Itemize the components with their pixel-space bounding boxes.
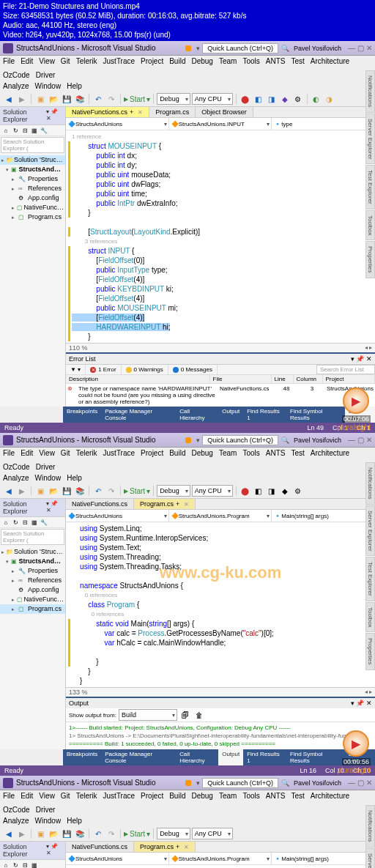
tab-find-symbol[interactable]: Find Symbol Results [286,407,345,423]
minimize-button[interactable]: — [348,436,355,444]
notification-indicator-icon[interactable] [185,45,191,51]
warnings-tab[interactable]: 0 Warnings [122,365,168,374]
tool-icon[interactable]: ◧ [253,93,264,105]
menu-edit[interactable]: Edit [21,57,33,65]
refresh-icon[interactable]: ↻ [11,126,20,135]
start-debug-button[interactable]: Start ▾ [124,487,150,495]
user-name-label[interactable]: Pavel Yosifovich [294,437,341,444]
menu-view[interactable]: View [39,57,55,65]
program-node[interactable]: ▸▢Program.cs [0,212,65,222]
member-dropdown[interactable]: 🔹 type [272,118,375,130]
menu-help[interactable]: Help [67,82,82,90]
config-dropdown[interactable]: Debug [157,93,190,105]
output-text[interactable]: 1>------ Build started: Project: Structs… [66,722,375,749]
maximize-button[interactable]: ▢ [357,44,364,52]
show-all-icon[interactable]: ▦ [30,126,39,135]
error-columns[interactable]: Description File Line Column Project [66,375,375,384]
menu-test[interactable]: Test [291,57,304,65]
project-node[interactable]: ▾▣StructsAndUnions [0,165,65,174]
close-button[interactable]: ✕ [366,436,372,444]
side-tab-properties[interactable]: Properties [365,241,375,278]
quick-launch-input[interactable]: Quick Launch (Ctrl+Q) [202,43,278,53]
menu-telerik[interactable]: Telerik [76,57,97,65]
tab-nativefunctions[interactable]: NativeFunctions.cs [66,499,134,509]
tab-call-hierarchy[interactable]: Call Hierarchy [176,407,218,423]
nativefunctions-node[interactable]: ▸▢NativeFunctions.cs [0,203,65,212]
home-icon[interactable]: ⌂ [1,126,10,135]
menu-justtrace[interactable]: JustTrace [103,57,135,65]
tab-output[interactable]: Output [218,407,243,423]
code-editor[interactable]: www.cg-ku.com using System.Linq; using S… [66,522,375,687]
output-source-dropdown[interactable]: Build [119,709,177,721]
properties-icon[interactable]: 🔧 [40,126,48,135]
menu-file[interactable]: File [3,57,15,65]
nav-fwd-button[interactable]: ▶ [16,93,28,105]
nav-back-button[interactable]: ◀ [3,93,15,105]
menu-team[interactable]: Team [219,57,237,65]
tab-nativefunctions[interactable]: NativeFunctions.cs+✕ [66,107,149,117]
undo-button[interactable]: ↶ [92,93,104,105]
menu-driver[interactable]: Driver [36,71,56,79]
side-tab-test-explorer[interactable]: Test Explorer [365,165,375,209]
redo-button[interactable]: ↷ [105,93,117,105]
side-tab-server-explorer[interactable]: Server Explorer [365,114,375,165]
panel-controls[interactable]: ▾ 📌 ✕ [351,355,372,363]
close-tab-icon[interactable]: ✕ [138,109,143,116]
pin-icon[interactable]: ▾ 📌 ✕ [46,108,62,123]
properties-node[interactable]: ▸🔧Properties [0,174,65,184]
tool-icon[interactable]: ⚙ [292,93,304,105]
errors-tab[interactable]: ✕1 Error [86,365,121,374]
solution-explorer-header[interactable]: Solution Explorer▾ 📌 ✕ [0,107,65,125]
title-bar[interactable]: StructsAndUnions - Microsoft Visual Stud… [0,41,375,56]
error-list-header[interactable]: Error List▾ 📌 ✕ [66,354,375,365]
new-project-button[interactable]: ▣ [34,93,46,105]
maximize-button[interactable]: ▢ [357,436,364,444]
code-editor[interactable]: 1 reference struct MOUSEINPUT { public i… [66,130,375,343]
menu-window[interactable]: Window [35,82,62,90]
notification-indicator-icon[interactable] [185,437,191,443]
menu-ozcode[interactable]: OzCode [3,71,30,79]
tool-icon[interactable]: ◐ [311,93,322,105]
menu-git[interactable]: Git [61,57,70,65]
menu-ants[interactable]: ANTS [266,57,286,65]
tab-program[interactable]: Program.cs [149,107,196,117]
error-row[interactable]: ⊗ The type or namespace name 'HARDWAREIN… [66,384,375,407]
tool-icon[interactable]: ◑ [324,93,335,105]
menu-debug[interactable]: Debug [191,57,212,65]
appconfig-node[interactable]: ⚙App.config [0,193,65,203]
side-tab-toolbox[interactable]: Toolbox [365,210,375,241]
start-debug-button[interactable]: Start ▾ [124,95,150,103]
platform-dropdown[interactable]: Any CPU [192,93,233,105]
close-button[interactable]: ✕ [366,44,372,52]
error-search-input[interactable]: Search Error List [316,365,375,374]
solution-node[interactable]: ▸📁Solution 'StructsAndUnions [0,155,65,165]
title-bar[interactable]: StructsAndUnions - Microsoft Visual Stud… [0,433,375,448]
solution-search-input[interactable]: Search Solution Explorer ( [1,137,64,153]
tool-icon[interactable]: ◨ [266,93,278,105]
class-dropdown[interactable]: 🔶 StructsAndUnions.INPUT [169,118,272,130]
quick-launch-input[interactable]: Quick Launch (Ctrl+Q) [202,435,278,445]
tab-find-results[interactable]: Find Results 1 [243,407,286,423]
open-file-button[interactable]: 📂 [48,93,59,105]
user-name-label[interactable]: Pavel Yosifovich [294,45,341,52]
code-editor[interactable]: using System.Linq; using System.Runtime.… [66,865,375,868]
zoom-bar[interactable]: 110 % [66,343,375,352]
tool-icon[interactable]: ⬤ [240,93,251,105]
tab-pmc[interactable]: Package Manager Console [101,407,176,423]
menu-build[interactable]: Build [169,57,185,65]
tool-icon[interactable]: ◆ [279,93,291,105]
title-bar[interactable]: StructsAndUnions - Microsoft Visual Stud… [0,776,375,790]
menu-analyze[interactable]: Analyze [3,82,29,90]
side-tab-notifications[interactable]: Notifications [365,70,375,113]
output-header[interactable]: Output▾ 📌 ✕ [66,698,375,708]
namespace-dropdown[interactable]: 🔷 StructsAndUnions [66,118,169,130]
save-all-button[interactable]: 📚 [74,93,86,105]
minimize-button[interactable]: — [348,44,355,52]
tab-program[interactable]: Program.cs+✕ [134,499,196,509]
menu-project[interactable]: Project [141,57,163,65]
tab-object-browser[interactable]: Object Browser [196,107,253,117]
dropdown-icon[interactable]: ▾ [194,45,201,52]
save-button[interactable]: 💾 [61,93,73,105]
references-node[interactable]: ▸▫▫References [0,184,65,193]
menu-architecture[interactable]: Architecture [311,57,349,65]
